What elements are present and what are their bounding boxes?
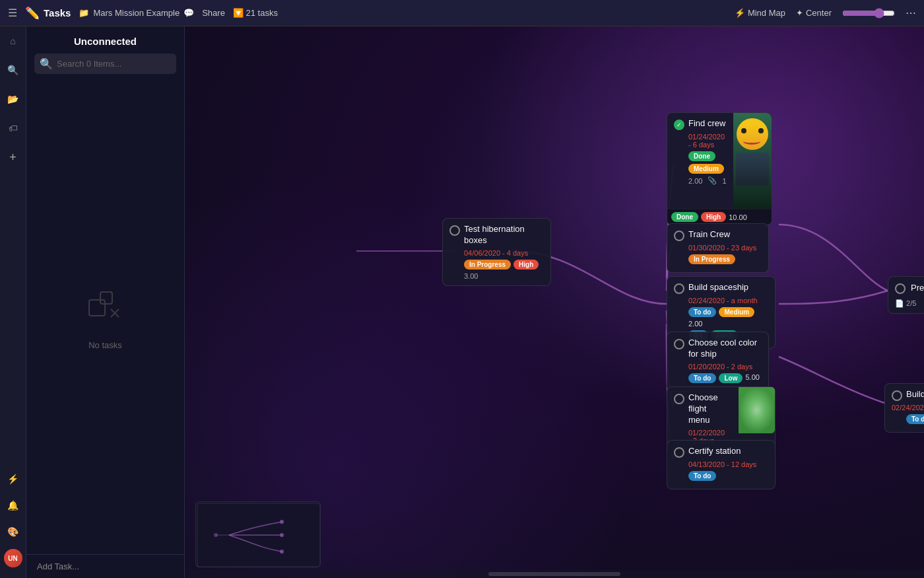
task-tags: In Progress: [688, 254, 762, 264]
status-tag: In Progress: [464, 260, 511, 270]
bottom-status-tag: Done: [671, 212, 698, 222]
share-button[interactable]: Share: [202, 8, 225, 18]
sidebar-bottom: ⚡ 🔔 🎨 UN: [4, 470, 22, 573]
menu-icon[interactable]: ☰: [8, 7, 17, 19]
task-header: ✓ Find crew: [674, 118, 727, 130]
status-tag: To do: [688, 373, 716, 383]
bottom-priority-tag: High: [701, 212, 726, 222]
task-date: 04/13/2020 - 12 days: [688, 460, 768, 468]
no-tasks-icon: [86, 287, 125, 332]
task-card-build[interactable]: Build 02/24/2020 - 2 months To do 📄 0/2: [884, 383, 924, 433]
food-image: [739, 387, 775, 433]
task-date: 01/30/2020 - 23 days: [688, 244, 762, 252]
attachment-icon: 📎: [708, 176, 717, 185]
status-tag: To do: [906, 414, 924, 424]
task-meta: 2.00 📎 1: [688, 176, 727, 185]
task-value: 2.00: [688, 177, 702, 185]
task-tags: In Progress High: [464, 260, 544, 270]
breadcrumb: 📁 Mars Mission Example 💬: [79, 8, 194, 18]
tasks-count: 🔽 21 tasks: [233, 8, 278, 18]
task-date: 01/24/2020 - 6 days: [688, 133, 727, 149]
task-card-find-crew[interactable]: ✓ Find crew 01/24/2020 - 6 days Done Med…: [667, 112, 772, 225]
task-header: Choose cool color for ship: [674, 338, 762, 360]
priority-tag: Medium: [688, 164, 724, 174]
svg-point-7: [214, 533, 218, 537]
priority-tags: Medium: [688, 164, 727, 174]
task-value: 2.00: [688, 320, 702, 328]
sidebar-icon-tag[interactable]: 🏷: [4, 119, 22, 137]
bottom-value: 10.00: [729, 213, 747, 221]
panel-title: Unconnected: [26, 26, 184, 54]
task-header: Certify station: [674, 446, 768, 458]
priority-tag: Low: [719, 373, 742, 383]
task-title: Build spaceship: [688, 282, 748, 293]
unconnected-panel: Unconnected 🔍 No tasks Add Task...: [26, 26, 185, 578]
sidebar-icon-search[interactable]: 🔍: [4, 61, 22, 79]
task-card-train-crew[interactable]: Train Crew 01/30/2020 - 23 days In Progr…: [667, 223, 769, 273]
center-icon: ✦: [796, 8, 803, 18]
priority-tag: Medium: [719, 307, 754, 317]
task-date: 01/20/2020 - 2 days: [688, 363, 762, 371]
center-label: Center: [806, 8, 832, 18]
sidebar-icon-palette[interactable]: 🎨: [4, 523, 22, 541]
center-button[interactable]: ✦ Center: [796, 8, 832, 18]
mini-map[interactable]: [195, 501, 321, 567]
sidebar-icon-activity[interactable]: ⚡: [4, 470, 22, 488]
search-box[interactable]: 🔍: [34, 54, 176, 74]
task-status-circle: ✓: [674, 120, 684, 130]
more-button[interactable]: ⋯: [906, 7, 916, 19]
sidebar-icon-bell[interactable]: 🔔: [4, 496, 22, 515]
task-status-circle: [674, 283, 684, 294]
task-meta: 3.00: [464, 272, 544, 280]
sidebar-icon-add[interactable]: +: [4, 148, 22, 166]
task-tags: To do Medium 2.00: [688, 307, 768, 328]
sidebar-icon-folder[interactable]: 📂: [4, 90, 22, 108]
task-header: Test hibernation boxes: [449, 224, 544, 246]
add-task-button[interactable]: Add Task...: [26, 554, 184, 578]
svg-rect-0: [89, 300, 105, 316]
attachment-count: 1: [722, 177, 726, 185]
icon-sidebar: ⌂ 🔍 📂 🏷 + ⚡ 🔔 🎨 UN: [0, 26, 26, 578]
mind-map-canvas[interactable]: Test hibernation boxes 04/06/2020 - 4 da…: [185, 26, 924, 578]
bottom-scrollbar[interactable]: [185, 570, 924, 578]
user-avatar[interactable]: UN: [4, 549, 22, 567]
task-title: Build: [906, 389, 924, 400]
task-header: Build: [892, 389, 924, 401]
mini-map-svg: [196, 502, 321, 567]
task-card-prepare[interactable]: Prepare To do 📄 2/5: [888, 276, 924, 314]
status-tag: To do: [688, 471, 716, 481]
project-icon: 📁: [79, 8, 89, 18]
task-title: Certify station: [688, 446, 741, 457]
task-tags: To do 📄 0/2: [906, 414, 924, 424]
svg-point-5: [280, 533, 284, 537]
search-input[interactable]: [57, 59, 171, 69]
no-tasks-area: No tasks: [26, 82, 184, 554]
task-date: 02/24/2020 - 2 months: [892, 404, 924, 412]
sidebar-icon-home[interactable]: ⌂: [4, 32, 22, 50]
mind-map-button[interactable]: ⚡ Mind Map: [735, 8, 785, 18]
zoom-slider[interactable]: [842, 8, 895, 18]
task-status-circle: [674, 447, 684, 458]
task-status-circle: [674, 339, 684, 349]
task-header: Train Crew: [674, 229, 762, 241]
project-name[interactable]: Mars Mission Example: [93, 8, 180, 18]
status-tag: To do: [688, 307, 716, 317]
task-card-certify-station[interactable]: Certify station 04/13/2020 - 12 days To …: [667, 440, 776, 489]
topbar: ☰ ✏️ Tasks 📁 Mars Mission Example 💬 Shar…: [0, 0, 924, 26]
task-title: Choose cool color for ship: [688, 338, 762, 360]
task-tags: To do: [688, 471, 768, 481]
svg-rect-1: [100, 292, 112, 304]
logo-icon: ✏️: [25, 6, 40, 20]
task-title: Train Crew: [688, 229, 730, 240]
main-layout: ⌂ 🔍 📂 🏷 + ⚡ 🔔 🎨 UN Unconnected 🔍: [0, 26, 924, 578]
task-header: Build spaceship: [674, 282, 768, 294]
comment-icon[interactable]: 💬: [183, 8, 194, 18]
task-title: Test hibernation boxes: [464, 224, 544, 246]
share-label: Share: [202, 8, 225, 18]
scrollbar-thumb: [488, 572, 620, 576]
app-name: Tasks: [44, 7, 71, 18]
search-icon: 🔍: [40, 57, 53, 70]
task-card-test-hibernation[interactable]: Test hibernation boxes 04/06/2020 - 4 da…: [442, 218, 551, 286]
task-card-choose-color[interactable]: Choose cool color for ship 01/20/2020 - …: [667, 332, 769, 392]
task-value: 3.00: [464, 272, 478, 280]
